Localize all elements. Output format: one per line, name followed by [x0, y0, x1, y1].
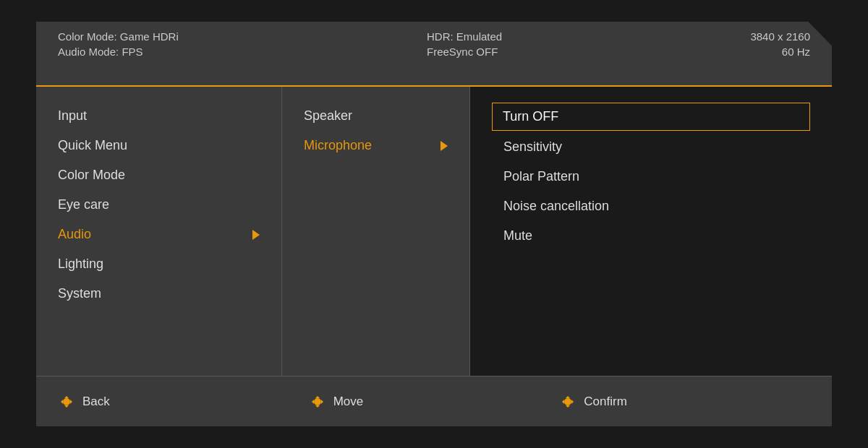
microphone-arrow-icon [441, 141, 448, 151]
main-menu: Input Quick Menu Color Mode Eye care Aud… [36, 87, 282, 376]
svg-marker-2 [70, 400, 72, 404]
move-label: Move [333, 395, 364, 409]
option-polar-pattern[interactable]: Polar Pattern [492, 162, 810, 191]
svg-marker-12 [571, 400, 574, 404]
confirm-action: Confirm [559, 393, 810, 410]
svg-point-5 [314, 398, 321, 405]
svg-marker-11 [562, 400, 564, 404]
monitor-frame: Color Mode: Game HDRi Audio Mode: FPS HD… [36, 22, 832, 426]
svg-marker-1 [61, 400, 63, 404]
freesync-text: FreeSync OFF [427, 46, 502, 58]
submenu-item-speaker[interactable]: Speaker [304, 101, 448, 131]
info-bar-right: 3840 x 2160 60 Hz [750, 30, 810, 58]
svg-marker-4 [64, 405, 69, 408]
menu-item-input[interactable]: Input [58, 101, 260, 131]
menu-item-color-mode[interactable]: Color Mode [58, 160, 260, 190]
menu-item-lighting[interactable]: Lighting [58, 249, 260, 279]
move-joystick-icon [309, 393, 326, 410]
audio-mode-text: Audio Mode: FPS [58, 46, 179, 58]
hdr-text: HDR: Emulated [427, 30, 502, 43]
info-bar-center: HDR: Emulated FreeSync OFF [427, 30, 502, 58]
confirm-joystick-icon [559, 393, 576, 410]
svg-marker-6 [312, 400, 314, 404]
sub-menu: Speaker Microphone [282, 87, 470, 376]
svg-point-10 [564, 398, 571, 405]
hz-text: 60 Hz [782, 46, 810, 58]
confirm-label: Confirm [584, 395, 627, 409]
bottom-bar: Back Move [36, 376, 832, 426]
option-noise-cancellation[interactable]: Noise cancellation [492, 191, 810, 221]
back-joystick-icon [58, 393, 75, 410]
svg-point-0 [63, 398, 70, 405]
menu-item-audio[interactable]: Audio [58, 220, 260, 249]
svg-marker-8 [315, 396, 320, 398]
svg-marker-13 [566, 396, 570, 398]
option-mute[interactable]: Mute [492, 221, 810, 251]
main-content: Input Quick Menu Color Mode Eye care Aud… [36, 87, 832, 376]
option-sensitivity[interactable]: Sensitivity [492, 132, 810, 162]
options-panel: Turn OFF Sensitivity Polar Pattern Noise… [470, 87, 832, 376]
svg-marker-7 [321, 400, 323, 404]
svg-marker-9 [315, 405, 320, 408]
move-action: Move [309, 393, 560, 410]
option-turn-off[interactable]: Turn OFF [492, 103, 810, 131]
back-action: Back [58, 393, 309, 410]
audio-arrow-icon [252, 230, 260, 240]
color-mode-text: Color Mode: Game HDRi [58, 30, 179, 43]
info-bar-left: Color Mode: Game HDRi Audio Mode: FPS [58, 30, 179, 58]
svg-marker-3 [64, 396, 69, 398]
svg-marker-14 [566, 405, 570, 408]
menu-item-eye-care[interactable]: Eye care [58, 190, 260, 220]
back-label: Back [82, 395, 110, 409]
resolution-text: 3840 x 2160 [750, 30, 810, 43]
menu-item-quick-menu[interactable]: Quick Menu [58, 131, 260, 160]
menu-item-system[interactable]: System [58, 279, 260, 309]
submenu-item-microphone[interactable]: Microphone [304, 131, 448, 160]
info-bar: Color Mode: Game HDRi Audio Mode: FPS HD… [36, 22, 832, 87]
